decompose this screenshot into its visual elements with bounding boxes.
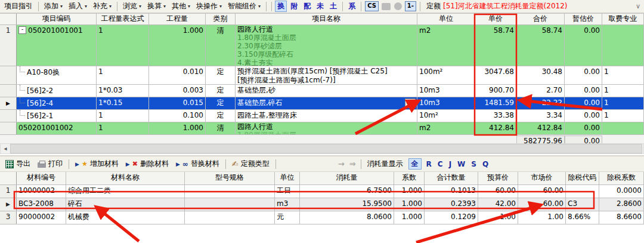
table-row[interactable]: 110000002综合用工二类工日6.75001.0000.101360.006…	[0, 185, 644, 198]
cell-cat[interactable]: 定	[206, 97, 236, 109]
horizontal-scrollbar[interactable]: ◂	[0, 143, 644, 154]
row-header[interactable]: 1	[0, 185, 17, 198]
cell-name[interactable]: 园路土基,整理路床	[236, 110, 417, 122]
row-header[interactable]	[0, 110, 17, 122]
row-header[interactable]	[0, 85, 17, 97]
cell-price[interactable]: 1481.59	[475, 97, 516, 109]
cell-consume[interactable]: 8.0600	[300, 211, 394, 224]
display-option-C[interactable]: C	[438, 160, 443, 168]
cell-totalQty[interactable]: 0.1013	[425, 185, 478, 198]
cell-coef[interactable]: 1.000	[394, 211, 425, 224]
row-header[interactable]: ▶	[0, 97, 17, 109]
cell-code[interactable]: 050201001002	[17, 122, 97, 134]
scroll-left-button[interactable]: ◂	[1, 144, 10, 153]
cell-cat[interactable]: 清	[206, 25, 236, 66]
cell-name[interactable]: 碎石	[66, 198, 185, 211]
cell-market[interactable]: 1.00	[518, 211, 566, 224]
cell-name[interactable]: 基础垫层,砂	[236, 85, 417, 97]
table-row[interactable]: ▶BC3-2008碎石m315.95001.0000.239342.0060.0…	[0, 198, 644, 211]
quick-button-0[interactable]: 换	[275, 1, 287, 12]
cell-name[interactable]: 园路人行道1.80厚混凝土面层2.30厚砂滤层3.150厚级配碎石4.素土夯实	[236, 25, 417, 66]
cell-qty[interactable]: 1.000	[149, 122, 206, 134]
scale-button[interactable]: 1-	[405, 1, 416, 11]
table-row[interactable]: [56]2-21*0.030.003定基础垫层,砂10m3900.702.700…	[0, 85, 644, 97]
menu-button-1-0[interactable]: 浏览▾	[120, 1, 144, 12]
row-header[interactable]: ▶	[0, 198, 17, 211]
cell-code[interactable]: [56]2-1	[17, 110, 97, 122]
quota-select[interactable]: [51]河北省建筑工程消耗量定额(2012) ∨	[443, 1, 643, 11]
cell-cat[interactable]: 定	[206, 110, 236, 122]
cell-fee[interactable]: 1	[602, 97, 644, 109]
cell-code[interactable]: -050201001001	[17, 25, 97, 66]
export-button[interactable]: 导出	[2, 158, 33, 170]
cell-cat[interactable]: 定	[206, 85, 236, 97]
cell-est[interactable]: 0.00	[565, 66, 602, 84]
cell-code[interactable]: 10000002	[17, 185, 66, 198]
display-option-全[interactable]: 全	[408, 158, 422, 170]
cell-unit[interactable]: m2	[417, 122, 475, 134]
display-option-W[interactable]: W	[457, 160, 465, 168]
cell-price[interactable]: 412.84	[475, 122, 516, 134]
cell-fee[interactable]: 1	[602, 110, 644, 122]
cell-unit[interactable]: 10m²	[417, 110, 475, 122]
cell-est[interactable]: 0.00	[565, 25, 602, 66]
cell-total[interactable]: 3.34	[516, 110, 565, 122]
cell-qty[interactable]: 0.100	[149, 110, 206, 122]
quota-type-button[interactable]: ✍定额类型	[229, 158, 273, 170]
cell-est[interactable]: 0.00	[565, 122, 602, 134]
menu-button-1-1[interactable]: 换算▾	[145, 1, 168, 12]
toolbar-button-project-guide[interactable]: 项目指引	[2, 1, 35, 12]
ellipsis-button[interactable]: …	[405, 99, 416, 108]
cell-est[interactable]: 0.00	[565, 110, 602, 122]
row-header[interactable]	[0, 122, 17, 134]
table-row[interactable]: [56]2-110.100定园路土基,整理路床10m²33.383.340.00…	[0, 110, 644, 122]
cell-code[interactable]: [56]2-2	[17, 85, 97, 97]
table-row[interactable]: A10-80换10.010定预拌混凝土路面(厚度15cm) [预拌混凝土 C25…	[0, 66, 644, 85]
cell-expr[interactable]: 1	[97, 110, 149, 122]
print-button[interactable]: 打印	[35, 158, 66, 170]
add-material-button[interactable]: ▶★增加材料	[72, 158, 122, 170]
cell-total[interactable]: 2.70	[516, 85, 565, 97]
row-header[interactable]: 1	[0, 25, 17, 66]
display-option-S[interactable]: S	[471, 160, 476, 168]
menu-button-1-2[interactable]: 其他▾	[169, 1, 193, 12]
quick-button-1[interactable]: 附	[288, 1, 300, 11]
cell-unit[interactable]: 10m3	[417, 97, 475, 109]
cell-price[interactable]: 33.38	[475, 110, 516, 122]
cs-button[interactable]: CS	[365, 1, 379, 11]
cell-unit[interactable]: 元	[275, 211, 300, 224]
delete-material-button[interactable]: ▶✖删除材料	[123, 158, 172, 170]
cell-totalQty[interactable]: 0.1209	[425, 211, 478, 224]
cell-name[interactable]: 综合用工二类	[66, 185, 185, 198]
replace-material-button[interactable]: ▶∞替换材料	[173, 158, 222, 170]
cell-spec[interactable]	[185, 211, 275, 224]
cell-fee[interactable]: 1	[602, 66, 644, 84]
cell-spec[interactable]	[185, 198, 275, 211]
cell-expr[interactable]: 1*0.15	[97, 97, 149, 109]
cell-consume[interactable]: 6.7500	[300, 185, 394, 198]
sys-button[interactable]: 系	[346, 1, 358, 11]
cell-name[interactable]: 基础垫层,碎石…	[236, 97, 417, 109]
cell-qty[interactable]: 0.003	[149, 85, 206, 97]
table-row[interactable]: ▶[56]2-41*0.150.015定基础垫层,碎石…10m31481.592…	[0, 97, 644, 110]
cell-name[interactable]: 预拌混凝土路面(厚度15cm) [预拌混凝土 C25][预拌混凝土路面每减1cm…	[236, 66, 417, 84]
cell-budget[interactable]: 60.00	[478, 185, 518, 198]
cell-total[interactable]: 412.84	[516, 122, 565, 134]
cell-total[interactable]: 30.48	[516, 66, 565, 84]
cell-expr[interactable]: 1*0.03	[97, 85, 149, 97]
cell-unit[interactable]: 100m²	[417, 66, 475, 84]
cell-taxCode[interactable]: 8.66%	[566, 211, 599, 224]
cell-qty[interactable]: 1.000	[149, 25, 206, 66]
cell-price[interactable]: 3047.68	[475, 66, 516, 84]
cell-unit[interactable]: 10m3	[417, 85, 475, 97]
quick-button-3[interactable]: 未	[314, 1, 326, 11]
cell-budget[interactable]: 1.00	[478, 211, 518, 224]
scrollbar-thumb[interactable]	[10, 144, 642, 153]
table-row[interactable]: 390000002机械费元8.06001.0000.12091.001.008.…	[0, 211, 644, 224]
menu-button-0-2[interactable]: 补充▾	[91, 1, 114, 12]
cell-totalQty[interactable]: 0.2393	[425, 198, 478, 211]
cell-market[interactable]: 60.00	[518, 185, 566, 198]
cell-spec[interactable]	[185, 185, 275, 198]
cell-taxCode[interactable]: C3	[566, 198, 599, 211]
cell-market[interactable]: 60.00	[518, 198, 566, 211]
